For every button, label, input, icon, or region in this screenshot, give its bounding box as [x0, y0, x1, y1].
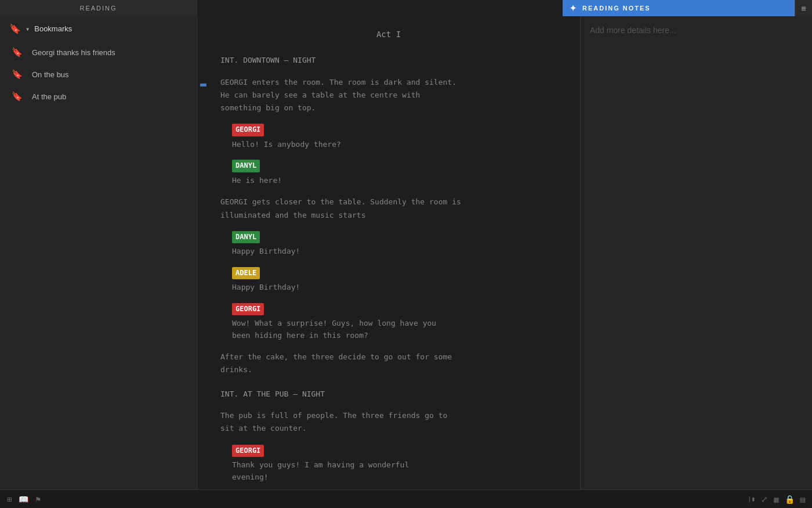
page-layout-icon[interactable]: ⊞	[7, 495, 12, 504]
character-tag-danyl-1: DANYL	[232, 160, 260, 172]
hamburger-icon: ≡	[801, 3, 806, 13]
action-text-1: GEORGI enters the room. The room is dark…	[220, 76, 557, 114]
lock-icon[interactable]: 🔒	[785, 495, 795, 504]
note-icon: ▬	[200, 76, 206, 93]
character-tag-georgi-1: GEORGI	[232, 124, 264, 136]
character-tag-danyl-2: DANYL	[232, 231, 260, 243]
notes-star-icon: ✦	[570, 3, 578, 13]
scene-heading-text-2: INT. AT THE PUB – NIGHT	[220, 390, 325, 398]
sidebar-item-georgi-thanks[interactable]: 🔖 Georgi thanks his friends	[0, 41, 197, 63]
sidebar-item-label-3: At the pub	[32, 92, 66, 101]
sidebar-item-on-the-bus[interactable]: 🔖 On the bus	[0, 63, 197, 85]
scene-1: INT. DOWNTOWN – NIGHT ▬ GEORGI enters th…	[220, 55, 557, 376]
dialogue-georgi-3: GEORGI Thank you guys! I am having a won…	[220, 445, 557, 484]
bottom-bar-left: ⊞ 📖 ⚑	[7, 495, 41, 504]
dialogue-adele-1: ADELE Happy Birthday!	[220, 267, 557, 294]
flag-icon[interactable]: ⚑	[35, 495, 40, 504]
scene-2: INT. AT THE PUB – NIGHT The pub is full …	[220, 388, 557, 489]
book-icon[interactable]: 📖	[19, 495, 28, 504]
character-tag-georgi-3: GEORGI	[232, 445, 264, 457]
hamburger-menu-button[interactable]: ≡	[795, 0, 812, 16]
reading-header: READING	[0, 0, 197, 16]
bookmark-main-icon: 🔖	[9, 23, 21, 34]
dialogue-text-danyl-2: Happy Birthday!	[232, 246, 557, 258]
main-layout: 🔖 ▾ Bookmarks 🔖 Georgi thanks his friend…	[0, 16, 812, 489]
bookmarks-header[interactable]: 🔖 ▾ Bookmarks	[0, 16, 197, 41]
dialogue-georgi-1: GEORGI Hello! Is anybody there?	[220, 124, 557, 150]
bottom-bar: ⊞ 📖 ⚑ |▮ ⤢ ▦ 🔒 ▤	[0, 489, 812, 508]
reading-label: READING	[79, 5, 117, 12]
sidebar-item-label-1: Georgi thanks his friends	[32, 48, 115, 57]
top-bar: READING ✦ READING NOTES ≡	[0, 0, 812, 16]
dialogue-georgi-2: GEORGI Wow! What a surprise! Guys, how l…	[220, 303, 557, 342]
layout-columns-icon[interactable]: ▦	[774, 495, 778, 504]
chevron-down-icon: ▾	[26, 25, 30, 33]
scene-heading-text-1: INT. DOWNTOWN – NIGHT	[220, 56, 316, 64]
action-text-2: GEORGI gets closer to the table. Suddenl…	[220, 196, 557, 221]
dialogue-text-georgi-1: Hello! Is anybody there?	[232, 139, 557, 151]
action-text-4: The pub is full of people. The three fri…	[220, 409, 557, 435]
bookmarks-label: Bookmarks	[34, 24, 72, 33]
action-text-3: After the cake, the three decide to go o…	[220, 351, 557, 376]
bookmark-outline-icon-2: 🔖	[12, 69, 23, 80]
sidebar-item-at-the-pub[interactable]: 🔖 At the pub	[0, 85, 197, 107]
scene-heading-2: INT. AT THE PUB – NIGHT	[220, 388, 557, 401]
dialogue-text-adele-1: Happy Birthday!	[232, 282, 557, 294]
character-tag-adele-1: ADELE	[232, 267, 260, 279]
dialogue-text-georgi-3: Thank you guys! I am having a wonderfule…	[232, 459, 557, 484]
reading-notes-header: ✦ READING NOTES	[563, 0, 795, 16]
dialogue-text-danyl-1: He is here!	[232, 175, 557, 187]
expand-icon[interactable]: ⤢	[761, 495, 768, 504]
cursor-indicator: |▮	[748, 495, 755, 503]
dialogue-text-georgi-2: Wow! What a surprise! Guys, how long hav…	[232, 318, 557, 342]
notes-placeholder: Add more details here...	[590, 26, 803, 35]
sidebar: 🔖 ▾ Bookmarks 🔖 Georgi thanks his friend…	[0, 16, 197, 489]
sidebar-item-label-2: On the bus	[32, 70, 69, 79]
bottom-bar-right: |▮ ⤢ ▦ 🔒 ▤	[748, 495, 805, 504]
character-tag-georgi-2: GEORGI	[232, 303, 264, 315]
sidebar-icon[interactable]: ▤	[800, 495, 805, 504]
scene-heading-1: INT. DOWNTOWN – NIGHT	[220, 55, 557, 67]
bookmark-outline-icon-3: 🔖	[12, 91, 23, 102]
dialogue-danyl-1: DANYL He is here!	[220, 160, 557, 186]
reading-notes-label: READING NOTES	[582, 5, 651, 12]
dialogue-danyl-2: DANYL Happy Birthday!	[220, 231, 557, 258]
act-title: Act I	[220, 28, 557, 41]
bookmark-outline-icon-1: 🔖	[12, 47, 23, 57]
top-bar-center	[197, 0, 563, 16]
content-area[interactable]: Act I INT. DOWNTOWN – NIGHT ▬ GEORGI ent…	[197, 16, 580, 489]
notes-panel: Add more details here...	[580, 16, 812, 489]
